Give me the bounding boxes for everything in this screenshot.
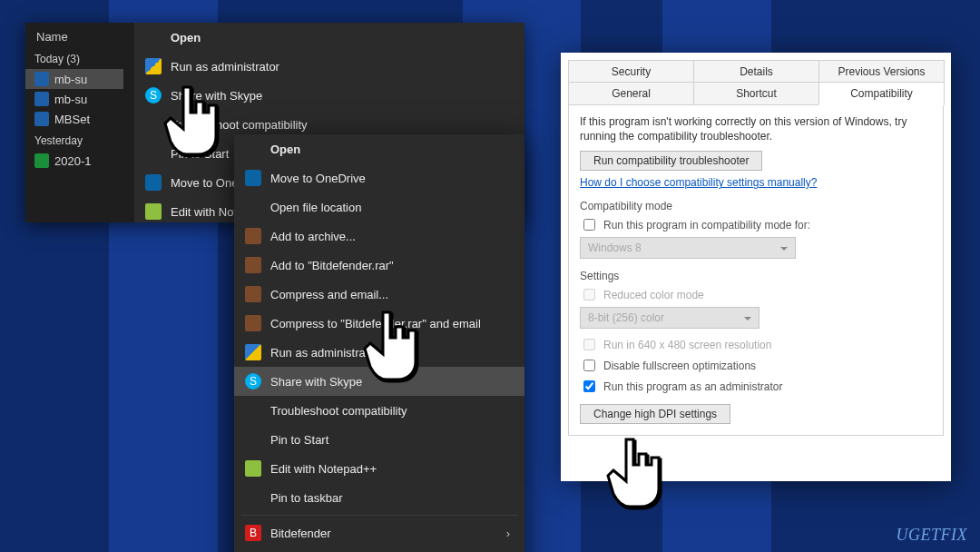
file-name: mb-su: [54, 93, 87, 106]
skype-icon: S: [145, 87, 162, 104]
menu-add-archive[interactable]: Add to archive...: [234, 222, 524, 251]
compat-hint-text: If this program isn't working correctly …: [580, 114, 932, 143]
file-name: 2020-1: [54, 154, 91, 168]
group-title: Settings: [580, 270, 932, 282]
notepadpp-icon: [145, 203, 162, 220]
blank-icon: [145, 145, 162, 162]
blank-icon: [145, 116, 162, 133]
blank-icon: [245, 431, 261, 448]
skype-icon: S: [245, 373, 261, 389]
file-item[interactable]: 2020-1: [25, 151, 123, 171]
menu-add-rar[interactable]: Add to "Bitdefender.rar": [234, 251, 524, 280]
chevron-right-icon: ›: [506, 527, 510, 540]
blank-icon: [145, 29, 162, 45]
tab-shortcut[interactable]: Shortcut: [693, 82, 819, 105]
file-name: mb-su: [54, 73, 87, 86]
checkbox-label: Reduced color mode: [603, 289, 704, 301]
file-list: Today (3) mb-su mb-su MBSet Yesterday 20…: [25, 47, 123, 171]
menu-pin-taskbar[interactable]: Pin to taskbar: [234, 483, 524, 512]
group-today[interactable]: Today (3): [25, 47, 123, 69]
how-choose-link[interactable]: How do I choose compatibility settings m…: [580, 176, 817, 189]
app-icon: [34, 112, 49, 126]
checkbox-input[interactable]: [583, 219, 595, 231]
menu-restore-versions[interactable]: Restore previous versions: [234, 547, 524, 552]
menu-open[interactable]: Open: [234, 134, 524, 163]
group-yesterday[interactable]: Yesterday: [25, 129, 123, 151]
change-dpi-button[interactable]: Change high DPI settings: [580, 404, 730, 424]
tab-previous-versions[interactable]: Previous Versions: [818, 60, 945, 83]
menu-compress-email[interactable]: Compress and email...: [234, 280, 524, 309]
menu-share-skype[interactable]: SShare with Skype: [234, 367, 524, 396]
checkbox-input[interactable]: [583, 380, 595, 392]
shield-icon: [245, 344, 261, 360]
menu-run-admin[interactable]: Run as administrator: [234, 338, 524, 367]
checkbox-input[interactable]: [583, 360, 595, 371]
menu-move-onedrive[interactable]: Move to OneDrive: [234, 163, 524, 192]
checkbox-input[interactable]: [583, 289, 595, 301]
checkbox-reduced-color[interactable]: Reduced color mode: [580, 286, 932, 303]
checkbox-disable-fullscreen[interactable]: Disable fullscreen optimizations: [580, 357, 932, 374]
blank-icon: [245, 199, 261, 215]
menu-bitdefender[interactable]: BBitdefender›: [234, 518, 524, 547]
checkbox-label: Disable fullscreen optimizations: [603, 360, 756, 372]
blank-icon: [245, 141, 261, 157]
properties-dialog: Security Details Previous Versions Gener…: [561, 53, 951, 481]
menu-edit-notepad[interactable]: Edit with Notepad++: [234, 454, 524, 483]
shield-icon: [145, 58, 162, 74]
bitdefender-icon: B: [245, 525, 261, 541]
blank-icon: [245, 489, 261, 506]
select-windows-version[interactable]: Windows 8: [580, 237, 796, 259]
app-icon: [34, 72, 49, 86]
menu-pin-start[interactable]: Pin to Start: [234, 425, 524, 454]
menu-share-skype[interactable]: SShare with Skype: [134, 81, 524, 110]
group-title: Compatibility mode: [580, 200, 932, 212]
run-troubleshooter-button[interactable]: Run compatibility troubleshooter: [580, 151, 762, 171]
menu-run-admin[interactable]: Run as administrator: [134, 52, 524, 81]
select-color-mode[interactable]: 8-bit (256) color: [580, 307, 760, 329]
checkbox-compat-mode[interactable]: Run this program in compatibility mode f…: [580, 216, 932, 233]
winrar-icon: [245, 228, 261, 244]
tab-details[interactable]: Details: [693, 60, 819, 83]
tab-row-2: General Shortcut Compatibility: [568, 82, 944, 105]
context-menu-2: Open Move to OneDrive Open file location…: [234, 134, 524, 552]
onedrive-icon: [245, 170, 261, 186]
file-item[interactable]: mb-su: [25, 89, 123, 109]
file-name: MBSet: [54, 113, 90, 126]
menu-open-location[interactable]: Open file location: [234, 192, 524, 222]
checkbox-label: Run this program as an administrator: [603, 380, 782, 393]
tab-general[interactable]: General: [568, 82, 694, 105]
checkbox-label: Run in 640 x 480 screen resolution: [603, 339, 771, 351]
menu-troubleshoot[interactable]: Troubleshoot compatibility: [234, 396, 524, 425]
excel-icon: [34, 153, 49, 168]
tab-security[interactable]: Security: [568, 60, 694, 83]
blank-icon: [245, 402, 261, 419]
winrar-icon: [245, 315, 261, 331]
menu-compress-email-named[interactable]: Compress to "Bitdefender.rar" and email: [234, 309, 524, 338]
group-settings: Settings Reduced color mode 8-bit (256) …: [580, 270, 932, 424]
file-item[interactable]: mb-su: [25, 69, 123, 89]
winrar-icon: [245, 257, 261, 273]
notepadpp-icon: [245, 460, 261, 477]
menu-open[interactable]: Open: [134, 23, 524, 52]
app-icon: [34, 92, 49, 106]
tab-body-compatibility: If this program isn't working correctly …: [568, 104, 944, 436]
watermark: UGETFIX: [897, 526, 968, 545]
checkbox-run-as-admin[interactable]: Run this program as an administrator: [580, 378, 932, 395]
menu-separator: [241, 515, 517, 516]
checkbox-input[interactable]: [583, 339, 595, 350]
checkbox-label: Run this program in compatibility mode f…: [603, 219, 810, 232]
tab-compatibility[interactable]: Compatibility: [818, 82, 945, 105]
checkbox-640x480[interactable]: Run in 640 x 480 screen resolution: [580, 336, 932, 353]
file-item[interactable]: MBSet: [25, 109, 123, 129]
group-compat-mode: Compatibility mode Run this program in c…: [580, 200, 932, 259]
winrar-icon: [245, 286, 261, 302]
tab-row-1: Security Details Previous Versions: [568, 60, 944, 83]
onedrive-icon: [145, 174, 162, 191]
